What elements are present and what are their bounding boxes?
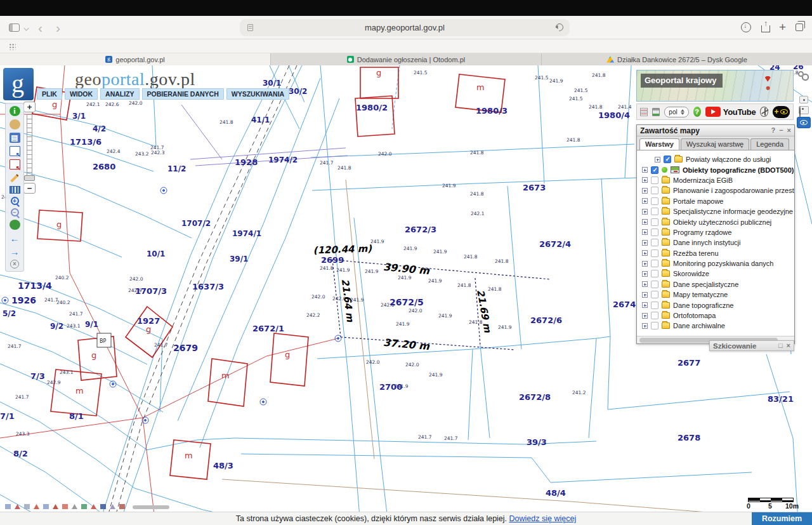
zoom-out-button[interactable]: − xyxy=(23,183,36,194)
overview-map[interactable]: Geoportal krajowy xyxy=(636,70,794,102)
layer-label[interactable]: Modernizacja EGiB xyxy=(673,176,733,184)
layer-label[interactable]: Programy rządowe xyxy=(673,229,731,236)
zoom-out-tool-icon[interactable]: − xyxy=(11,208,19,216)
layer-checkbox[interactable] xyxy=(651,291,658,298)
sidebar-chevron-icon[interactable] xyxy=(24,26,29,31)
clear-selection-tool-icon[interactable]: ↖ xyxy=(10,159,20,169)
sketch-toolbar-scrollbar[interactable] xyxy=(133,505,169,509)
cookie-accept-button[interactable]: Rozumiem xyxy=(752,512,812,525)
sketch-restore-icon[interactable]: □ xyxy=(778,342,783,349)
layer-checkbox[interactable] xyxy=(651,187,658,194)
settings-wheel-icon[interactable] xyxy=(760,107,768,117)
layer-label[interactable]: Obiekty topograficzne (BDOT500) xyxy=(683,166,794,174)
layer-checkbox[interactable] xyxy=(651,260,658,267)
visibility-active-button[interactable] xyxy=(797,117,811,128)
full-extent-tool-icon[interactable] xyxy=(10,220,20,230)
high-contrast-button[interactable]: + xyxy=(773,106,790,118)
layer-checkbox[interactable] xyxy=(651,270,658,277)
expand-icon[interactable] xyxy=(655,157,660,163)
url-text[interactable]: mapy.geoportal.gov.pl xyxy=(240,23,570,32)
print-map-icon[interactable] xyxy=(652,108,660,116)
expand-icon[interactable] xyxy=(642,323,648,329)
sketch-tool-icon[interactable] xyxy=(81,504,87,509)
layer-label[interactable]: Dane archiwalne xyxy=(673,322,725,329)
help-button[interactable]: ? xyxy=(693,107,701,117)
layer-checkbox[interactable] xyxy=(651,208,658,215)
zoom-in-button[interactable]: + xyxy=(23,102,36,112)
menu-plik[interactable]: PLIK xyxy=(37,88,62,100)
menu-widok[interactable]: WIDOK xyxy=(65,88,98,100)
sketch-tool-icon[interactable] xyxy=(34,504,39,509)
sketch-tool-icon[interactable] xyxy=(110,504,115,509)
browser-tab-1[interactable]: geoportal.gov.pl xyxy=(0,53,271,65)
back-icon[interactable]: ‹ xyxy=(38,21,43,34)
draw-tool-icon[interactable] xyxy=(10,173,20,183)
browser-tab-2[interactable]: Dodawanie ogłoszenia | Otodom.pl xyxy=(271,53,542,65)
browser-tab-3[interactable]: Działka Dankowice 2672/5 – Dysk Google xyxy=(542,53,812,65)
measure-tool-icon[interactable] xyxy=(10,186,20,194)
expand-icon[interactable] xyxy=(642,188,648,194)
youtube-button[interactable]: YouTube xyxy=(705,107,756,117)
info-tool-icon[interactable]: i xyxy=(10,106,20,116)
layer-checkbox[interactable] xyxy=(651,197,658,205)
layer-label[interactable]: Powiaty włączone do usługi xyxy=(686,156,771,163)
zoom-track[interactable] xyxy=(27,114,32,178)
sketch-tool-icon[interactable] xyxy=(24,504,30,509)
layer-checkbox[interactable] xyxy=(651,239,658,246)
layer-label[interactable]: Obiekty użyteczności publicznej xyxy=(673,218,771,226)
previous-view-tool-icon[interactable]: ← xyxy=(10,233,20,243)
layer-label[interactable]: Portale mapowe xyxy=(673,197,724,205)
history-tool-icon[interactable] xyxy=(10,119,20,130)
sketch-tool-icon[interactable] xyxy=(43,504,49,509)
layer-checkbox[interactable] xyxy=(651,218,658,226)
sketch-tool-icon[interactable] xyxy=(100,504,106,509)
minimize-panel-button[interactable] xyxy=(799,96,808,103)
expand-icon[interactable] xyxy=(642,261,648,267)
visibility-button[interactable] xyxy=(799,106,809,114)
expand-icon[interactable] xyxy=(642,313,648,319)
layer-label[interactable]: Dane topograficzne xyxy=(673,302,733,309)
expand-icon[interactable] xyxy=(642,177,648,183)
settings-gears-icon[interactable] xyxy=(798,71,804,77)
sketch-tool-icon[interactable] xyxy=(72,504,77,509)
layer-checkbox[interactable] xyxy=(651,249,658,257)
expand-icon[interactable] xyxy=(642,229,648,235)
zoom-in-tool-icon[interactable]: + xyxy=(11,197,19,205)
menu-analizy[interactable]: ANALIZY xyxy=(100,88,140,100)
sketch-close-icon[interactable]: × xyxy=(787,342,790,349)
address-bar[interactable]: mapy.geoportal.gov.pl xyxy=(240,19,570,36)
expand-icon[interactable] xyxy=(642,250,648,256)
tab-legenda[interactable]: Legenda xyxy=(750,138,789,150)
layer-checkbox[interactable] xyxy=(664,156,671,163)
layer-label[interactable]: Monitoring pozyskiwania danych xyxy=(673,260,773,267)
favorites-grid-icon[interactable] xyxy=(9,43,16,50)
layer-label[interactable]: Specjalistyczne informacje geodezyjne xyxy=(673,208,793,215)
sketch-tool-icon[interactable] xyxy=(91,504,96,509)
tab-warstwy[interactable]: Warstwy xyxy=(639,138,679,150)
layer-label[interactable]: Mapy tematyczne xyxy=(673,291,728,298)
expand-icon[interactable] xyxy=(642,281,648,287)
share-icon[interactable] xyxy=(761,25,770,32)
panel-header[interactable]: Zawartość mapy ?−× xyxy=(637,125,794,136)
sketch-tool-icon[interactable] xyxy=(5,504,11,509)
downloads-icon[interactable] xyxy=(741,22,751,32)
sketch-tool-icon[interactable] xyxy=(15,504,20,509)
layer-checkbox[interactable] xyxy=(651,166,658,174)
expand-icon[interactable] xyxy=(642,167,648,173)
new-tab-icon[interactable]: + xyxy=(779,22,789,32)
geoportal-logo[interactable]: g xyxy=(3,68,34,100)
layer-checkbox[interactable] xyxy=(651,281,658,288)
menu-wyszukiwania[interactable]: WYSZUKIWANIA xyxy=(226,88,289,100)
results-window-tool-icon[interactable]: ▤ xyxy=(10,133,20,143)
panel-minimize-icon[interactable]: − xyxy=(779,127,783,134)
layer-label[interactable]: Dane innych instytucji xyxy=(673,239,740,246)
zoom-handle[interactable] xyxy=(24,175,35,181)
layer-label[interactable]: Skorowidze xyxy=(673,270,709,277)
next-view-tool-icon[interactable]: → xyxy=(10,246,20,256)
layer-label[interactable]: Planowanie i zagospodarowanie przestrzen… xyxy=(673,187,794,194)
expand-icon[interactable] xyxy=(642,271,648,277)
panel-close-icon[interactable]: × xyxy=(787,127,791,134)
panel-help-icon[interactable]: ? xyxy=(771,127,775,134)
layer-checkbox[interactable] xyxy=(651,322,658,329)
expand-icon[interactable] xyxy=(642,240,648,246)
